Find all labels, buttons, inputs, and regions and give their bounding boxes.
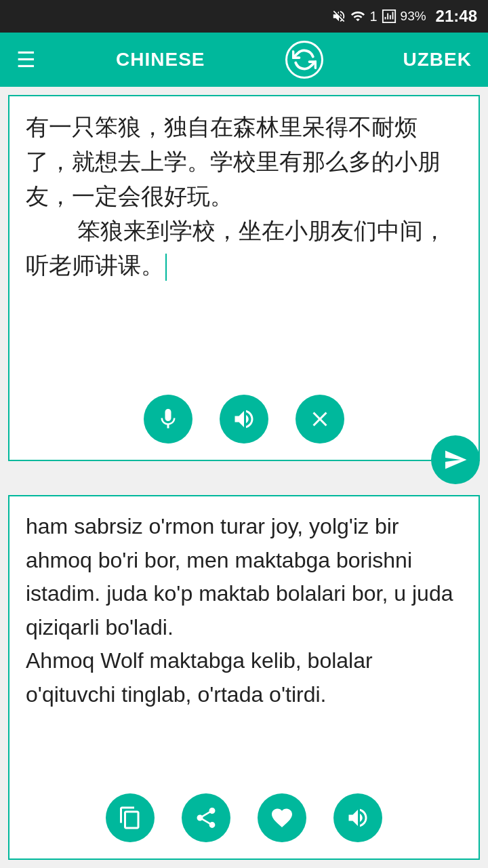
source-language-label: CHINESE	[116, 49, 205, 71]
target-panel: ham sabrsiz o'rmon turar joy, yolg'iz bi…	[8, 495, 480, 860]
main-content: 有一只笨狼，独自在森林里呆得不耐烦了，就想去上学。学校里有那么多的小朋友，一定会…	[0, 87, 488, 868]
source-panel: 有一只笨狼，独自在森林里呆得不耐烦了，就想去上学。学校里有那么多的小朋友，一定会…	[8, 95, 480, 461]
close-icon	[308, 407, 332, 431]
mic-button[interactable]	[144, 395, 192, 443]
text-cursor	[165, 254, 167, 281]
status-icons: 1 93% 21:48	[331, 7, 477, 26]
copy-icon	[118, 806, 142, 830]
speaker-button[interactable]	[220, 395, 268, 443]
target-text-area[interactable]: ham sabrsiz o'rmon turar joy, yolg'iz bi…	[9, 496, 479, 726]
signal-icon: 1	[369, 9, 377, 24]
app-toolbar: ☰ CHINESE UZBEK	[0, 33, 488, 87]
source-action-buttons	[9, 381, 479, 460]
time-display: 21:48	[436, 7, 477, 26]
mic-icon	[156, 407, 180, 431]
target-language-label: UZBEK	[403, 49, 472, 71]
signal-bars-icon	[382, 9, 396, 24]
status-bar: 1 93% 21:48	[0, 0, 488, 33]
menu-button[interactable]: ☰	[16, 49, 36, 71]
clear-button[interactable]	[296, 395, 344, 443]
mute-icon	[331, 9, 346, 24]
send-icon	[443, 448, 468, 472]
swap-languages-button[interactable]	[285, 41, 323, 79]
favorite-button[interactable]	[258, 793, 306, 842]
heart-icon	[270, 806, 294, 830]
speaker-icon	[232, 407, 256, 431]
share-icon	[194, 806, 218, 830]
target-action-buttons	[9, 780, 479, 859]
target-speaker-button[interactable]	[333, 793, 382, 842]
swap-icon	[292, 47, 317, 72]
send-button[interactable]	[431, 435, 480, 484]
source-text-area[interactable]: 有一只笨狼，独自在森林里呆得不耐烦了，就想去上学。学校里有那么多的小朋友，一定会…	[9, 96, 479, 381]
target-speaker-icon	[346, 806, 370, 830]
share-button[interactable]	[182, 793, 230, 842]
battery-indicator: 93%	[401, 9, 426, 24]
wifi-icon	[350, 9, 365, 24]
copy-button[interactable]	[106, 793, 155, 842]
